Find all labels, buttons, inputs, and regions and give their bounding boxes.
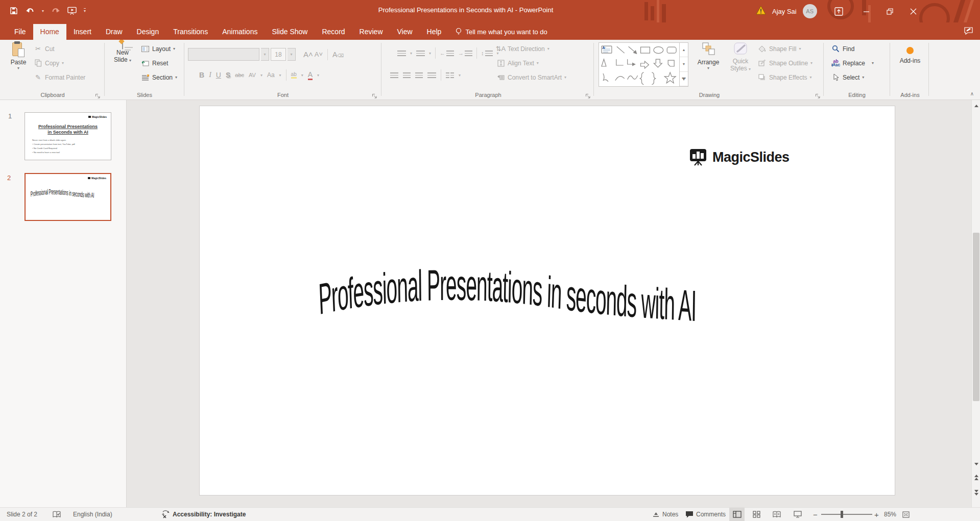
replace-button[interactable]: ab⇄ac Replace▾ [831, 57, 874, 69]
slide-indicator[interactable]: Slide 2 of 2 [7, 508, 37, 521]
spellcheck-icon[interactable] [53, 508, 61, 521]
quick-styles-button[interactable]: Quick Styles ▾ [727, 42, 754, 73]
shape-effects-button[interactable]: Shape Effects▾ [758, 71, 812, 83]
slide-sorter-view-button[interactable] [749, 508, 764, 521]
save-icon[interactable] [9, 6, 18, 15]
align-left-icon[interactable] [390, 72, 398, 78]
scroll-down-icon[interactable] [972, 459, 980, 468]
tab-file[interactable]: File [7, 24, 33, 40]
justify-icon[interactable] [427, 72, 436, 78]
shapes-gallery[interactable]: A ▲ ▼ ▬▼ [599, 42, 688, 87]
format-painter-button[interactable]: ✎Format Painter [34, 71, 85, 83]
addins-button[interactable]: Add-ins [895, 45, 925, 64]
redo-icon[interactable] [51, 6, 60, 15]
language-indicator[interactable]: English (India) [73, 508, 112, 521]
increase-indent-icon[interactable]: → [458, 50, 472, 56]
arrange-button[interactable]: Arrange ▾ [694, 42, 723, 70]
comments-button[interactable]: Comments [685, 508, 726, 521]
close-button[interactable] [905, 1, 922, 21]
zoom-slider-handle[interactable] [841, 511, 843, 518]
character-spacing-button[interactable]: AV [249, 72, 256, 78]
tab-view[interactable]: View [390, 24, 420, 40]
font-size-input[interactable] [271, 48, 286, 61]
new-slide-button[interactable]: New Slide ▾ [109, 42, 136, 64]
next-slide-button[interactable] [972, 488, 980, 497]
previous-slide-button[interactable] [972, 473, 980, 482]
tell-me-box[interactable]: Tell me what you want to do [448, 24, 554, 40]
gallery-scroll-down-icon[interactable]: ▼ [680, 57, 688, 71]
tab-record[interactable]: Record [315, 24, 352, 40]
underline-button[interactable]: U [216, 71, 221, 79]
change-case-dropdown-icon[interactable]: ▾ [279, 73, 281, 78]
zoom-out-button[interactable]: − [813, 508, 818, 521]
tab-animations[interactable]: Animations [215, 24, 265, 40]
tab-review[interactable]: Review [352, 24, 390, 40]
bullets-dropdown-icon[interactable]: ▾ [410, 51, 412, 56]
text-direction-button[interactable]: ⇅AText Direction▾ [496, 43, 566, 55]
scrollbar-thumb[interactable] [973, 233, 979, 401]
bold-button[interactable]: B [199, 71, 204, 79]
avatar[interactable]: AS [803, 4, 817, 18]
font-name-dropdown-icon[interactable]: ▾ [261, 48, 269, 61]
slide-canvas[interactable]: MagicSlides Professional Presentations i… [199, 106, 895, 495]
tab-draw[interactable]: Draw [99, 24, 130, 40]
customize-qat-icon[interactable]: ▾ [84, 8, 86, 13]
layout-button[interactable]: Layout▾ [141, 43, 177, 55]
warning-icon[interactable] [756, 6, 766, 17]
font-color-dropdown-icon[interactable]: ▾ [317, 73, 319, 78]
decrease-font-size-icon[interactable]: A˅ [315, 51, 323, 58]
strikethrough-button[interactable]: abc [235, 72, 244, 78]
decrease-indent-icon[interactable]: ← [440, 50, 454, 56]
accessibility-indicator[interactable]: Accessibility: Investigate [161, 508, 246, 521]
highlight-color-button[interactable]: ab [291, 71, 297, 79]
tab-transitions[interactable]: Transitions [166, 24, 215, 40]
line-spacing-icon[interactable]: ↕ [481, 50, 493, 56]
slide-1-thumbnail[interactable]: MagicSlides Professional Presentationsin… [25, 112, 111, 160]
restore-button[interactable] [881, 1, 899, 21]
scroll-up-icon[interactable] [972, 101, 980, 110]
vertical-scrollbar[interactable] [971, 100, 980, 507]
tab-insert[interactable]: Insert [66, 24, 99, 40]
tab-slideshow[interactable]: Slide Show [265, 24, 315, 40]
start-slideshow-icon[interactable] [67, 6, 77, 15]
gallery-expand-icon[interactable]: ▬▼ [680, 72, 688, 86]
paste-dropdown-icon[interactable]: ▾ [17, 66, 19, 70]
tab-home[interactable]: Home [33, 24, 66, 40]
normal-view-button[interactable] [729, 508, 745, 521]
collapse-ribbon-icon[interactable]: ∧ [970, 91, 974, 96]
user-name[interactable]: Ajay Sai [772, 8, 797, 15]
reset-button[interactable]: Reset [141, 57, 177, 69]
clear-formatting-icon[interactable]: A⌫ [332, 51, 344, 59]
arrange-dropdown-icon[interactable]: ▾ [707, 66, 709, 70]
shapes-gallery-scrollbar[interactable]: ▲ ▼ ▬▼ [679, 43, 688, 86]
character-spacing-dropdown-icon[interactable]: ▾ [260, 73, 262, 78]
font-name-input[interactable] [188, 48, 259, 61]
italic-button[interactable]: I [209, 71, 211, 79]
section-button[interactable]: Section▾ [141, 71, 177, 83]
select-button[interactable]: Select▾ [831, 71, 874, 83]
columns-dropdown-icon[interactable]: ▾ [459, 73, 461, 78]
increase-font-size-icon[interactable]: A˄ [303, 50, 313, 59]
ribbon-display-options-icon[interactable] [830, 1, 848, 21]
fit-slide-to-window-button[interactable] [902, 508, 910, 521]
tab-help[interactable]: Help [420, 24, 449, 40]
notes-button[interactable]: Notes [652, 508, 678, 521]
copy-button[interactable]: Copy▾ [34, 57, 85, 69]
highlight-color-dropdown-icon[interactable]: ▾ [301, 73, 303, 78]
minimize-button[interactable] [858, 1, 875, 21]
zoom-level[interactable]: 85% [884, 508, 896, 521]
feedback-icon[interactable] [964, 27, 973, 37]
undo-dropdown-icon[interactable]: ▾ [42, 9, 44, 13]
gallery-scroll-up-icon[interactable]: ▲ [680, 43, 688, 57]
align-text-button[interactable]: Align Text▾ [496, 57, 566, 69]
numbering-icon[interactable] [416, 51, 425, 56]
find-button[interactable]: Find [831, 43, 874, 55]
slide-2-thumbnail[interactable]: MagicSlides Professional Presentations i… [25, 173, 111, 221]
bullets-icon[interactable] [397, 51, 406, 56]
shape-outline-button[interactable]: Shape Outline▾ [758, 57, 812, 69]
zoom-in-button[interactable]: + [874, 508, 879, 521]
align-right-icon[interactable] [415, 72, 423, 78]
numbering-dropdown-icon[interactable]: ▾ [429, 51, 431, 56]
paste-button[interactable]: Paste ▾ [6, 42, 31, 70]
slide-wordart-title[interactable]: Professional Presentations in seconds wi… [316, 259, 766, 341]
